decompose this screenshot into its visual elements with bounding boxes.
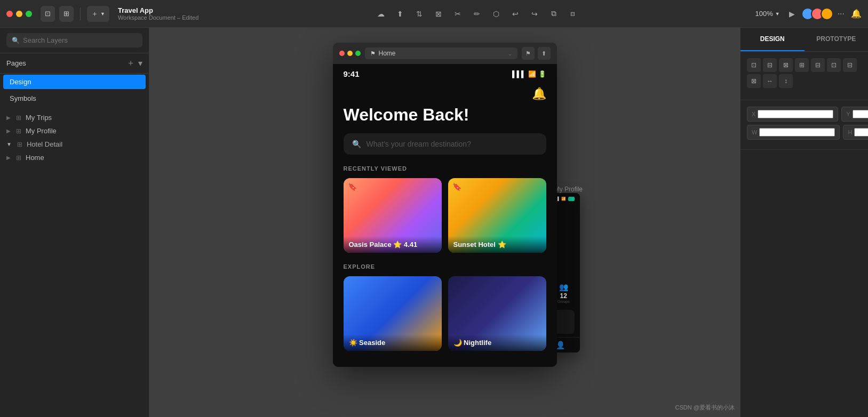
layer-home[interactable]: ▶ ⊞ Home: [0, 151, 149, 164]
align-top-button[interactable]: ⊞: [795, 58, 809, 72]
h-field[interactable]: H: [843, 125, 868, 140]
pages-header: Pages ＋ ▾: [0, 53, 149, 74]
x-field[interactable]: X: [747, 107, 838, 122]
avatar-3: [821, 7, 833, 20]
doc-title-sub: Workspace Document – Edited: [118, 14, 198, 21]
expand-icon: ▶: [6, 115, 11, 121]
expand-pages-button[interactable]: ▾: [138, 58, 142, 69]
status-time: 9:41: [344, 69, 360, 78]
align-left-button[interactable]: ⊡: [747, 58, 761, 72]
card-seaside-overlay: ☀️ Seaside: [344, 334, 442, 351]
card-nightlife[interactable]: 🌙 Nightlife: [448, 276, 546, 351]
notification-bell-button[interactable]: 🔔: [851, 9, 862, 19]
align-center-v-button[interactable]: ⊟: [811, 58, 825, 72]
collaborator-avatars: [805, 7, 833, 20]
notification-bell[interactable]: 🔔: [344, 87, 546, 101]
browser-share-button[interactable]: ⬆: [538, 47, 551, 60]
y-input[interactable]: [853, 110, 868, 118]
position-section: X Y 🔗 ⊡ W H 🔒 ↔: [740, 100, 868, 150]
card-sunset[interactable]: 🔖 Sunset Hotel ⭐: [448, 178, 546, 253]
align-bottom-button[interactable]: ⊡: [827, 58, 841, 72]
browser-url-bar[interactable]: ⚑ Home ⌄: [365, 47, 517, 59]
align-section: ⊡ ⊟ ⊠ ⊞ ⊟ ⊡ ⊟ ⊠ ↔ ↕: [740, 52, 868, 100]
browser-close[interactable]: [339, 51, 345, 56]
browser-traffic-lights: [339, 51, 361, 56]
distribute-h-button[interactable]: ⊟: [843, 58, 857, 72]
flip-h-button[interactable]: ↔: [763, 74, 777, 88]
tab-profile-icon[interactable]: 👤: [556, 341, 565, 349]
frame-label-profile: My Profile: [554, 186, 583, 193]
wh-row: W H 🔒 ↔: [747, 125, 862, 140]
layer-label: My Profile: [26, 127, 57, 135]
search-input[interactable]: [23, 36, 137, 44]
browser-toolbar: ⚑ Home ⌄ ⚑ ⬆: [333, 43, 557, 64]
layer-my-trips[interactable]: ▶ ⊞ My Trips: [0, 111, 149, 124]
grid-view-button[interactable]: ⊞: [59, 6, 74, 22]
card-seaside[interactable]: ☀️ Seaside: [344, 276, 442, 351]
crop-icon[interactable]: ⊠: [431, 6, 447, 22]
flip-v-button[interactable]: ↕: [779, 74, 793, 88]
tab-design[interactable]: DESIGN: [740, 28, 805, 51]
layer-my-profile[interactable]: ▶ ⊞ My Profile: [0, 124, 149, 138]
frame-icon: ⊞: [17, 141, 22, 148]
align-center-h-button[interactable]: ⊟: [763, 58, 777, 72]
export-icon[interactable]: ⬆: [392, 6, 408, 22]
page-symbols[interactable]: Symbols: [3, 91, 146, 106]
copy-icon[interactable]: ⧉: [546, 6, 562, 22]
x-input[interactable]: [758, 110, 833, 118]
phone-content: 🔔 Welcome Back! 🔍 What's your dream dest…: [333, 82, 557, 367]
search-bar: 🔍: [0, 28, 149, 53]
zoom-control[interactable]: 100% ▼: [755, 10, 779, 18]
w-input[interactable]: [759, 128, 835, 137]
search-box[interactable]: 🔍 What's your dream destination?: [344, 133, 546, 155]
view-toggle-button[interactable]: ⊡: [41, 6, 55, 22]
layer-label: My Trips: [26, 114, 52, 122]
cloud-icon[interactable]: ☁: [373, 6, 389, 22]
pen-icon[interactable]: ✏: [469, 6, 485, 22]
shape-icon[interactable]: ⬡: [488, 6, 504, 22]
paste-icon[interactable]: ⧈: [565, 6, 581, 22]
add-button[interactable]: ＋ ▼: [87, 6, 109, 22]
browser-maximize[interactable]: [355, 51, 361, 56]
minimize-button[interactable]: [16, 11, 22, 17]
toolbar-center-tools: ☁ ⬆ ⇅ ⊠ ✂ ✏ ⬡ ↩ ↪ ⧉ ⧈: [203, 6, 751, 22]
xy-row: X Y 🔗 ⊡: [747, 107, 862, 122]
browser-actions: ⚑ ⬆: [522, 47, 551, 60]
layer-list: ▶ ⊞ My Trips ▶ ⊞ My Profile ▼ ⊞ Hotel De…: [0, 107, 149, 169]
pages-controls: ＋ ▾: [126, 58, 142, 69]
add-chevron: ▼: [100, 11, 105, 17]
zoom-value: 100%: [755, 10, 773, 18]
cut-icon[interactable]: ✂: [450, 6, 466, 22]
battery-icon: 🔋: [538, 70, 546, 78]
play-button[interactable]: ▶: [784, 6, 800, 22]
h-input[interactable]: [854, 128, 868, 137]
page-design[interactable]: Design: [3, 75, 146, 89]
more-options-button[interactable]: ···: [838, 9, 845, 19]
distribute-v-button[interactable]: ⊠: [747, 74, 761, 88]
rotate-right-icon[interactable]: ↪: [527, 6, 543, 22]
search-box-placeholder: What's your dream destination?: [367, 140, 471, 148]
add-page-button[interactable]: ＋: [126, 58, 135, 69]
rotate-left-icon[interactable]: ↩: [507, 6, 523, 22]
arrange-icon[interactable]: ⇅: [411, 6, 427, 22]
frame-icon: ⊞: [16, 154, 21, 162]
search-icon: 🔍: [12, 37, 20, 44]
tab-prototype[interactable]: PROTOTYPE: [805, 28, 869, 51]
close-button[interactable]: [6, 11, 13, 17]
layer-hotel-detail[interactable]: ▼ ⊞ Hotel Detail: [0, 138, 149, 151]
wifi-icon: 📶: [528, 70, 536, 78]
card-sunset-overlay: Sunset Hotel ⭐: [448, 236, 546, 253]
browser-minimize[interactable]: [347, 51, 353, 56]
card-oasis-overlay: Oasis Palace ⭐ 4.41: [344, 236, 442, 253]
view-icon: ⊡: [45, 10, 51, 18]
card-oasis[interactable]: 🔖 Oasis Palace ⭐ 4.41: [344, 178, 442, 253]
browser-flag-button[interactable]: ⚑: [522, 47, 535, 60]
maximize-button[interactable]: [26, 11, 32, 17]
layer-label: Home: [26, 154, 44, 162]
y-field[interactable]: Y: [841, 107, 868, 122]
recently-viewed-label: RECENTLY VIEWED: [344, 165, 546, 172]
w-field[interactable]: W: [747, 125, 840, 140]
align-right-button[interactable]: ⊠: [779, 58, 793, 72]
main-layout: 🔍 Pages ＋ ▾ Design Symbols ▶ ⊞ My Trips …: [0, 28, 868, 417]
search-input-wrap[interactable]: 🔍: [6, 33, 142, 47]
